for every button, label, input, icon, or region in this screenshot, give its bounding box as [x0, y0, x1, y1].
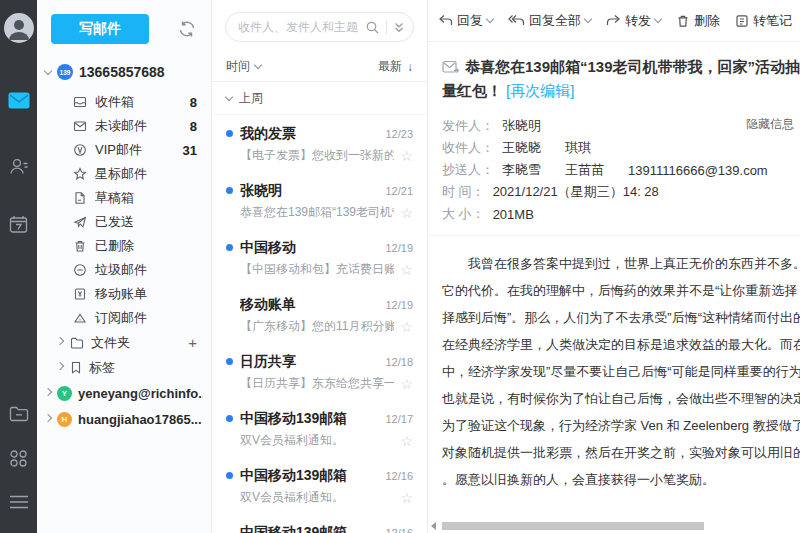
- subject-text: 恭喜您在139邮箱“139老司机带带我，回家”活动抽中500M流: [465, 55, 800, 79]
- calendar-nav-icon[interactable]: [7, 213, 31, 235]
- account-label: huangjiahao17865...: [78, 412, 202, 427]
- folder-icon: [9, 406, 29, 422]
- mail-app: 写邮件 139 13665857688 收件箱 8 未读邮件 8: [0, 0, 800, 533]
- primary-account-row[interactable]: 139 13665857688: [37, 60, 211, 84]
- user-avatar[interactable]: [4, 13, 34, 43]
- bookmark-icon: [70, 361, 82, 374]
- email-preview: 【广东移动】您的11月积分账单已送达 ...: [240, 318, 394, 335]
- list-item[interactable]: 张晓明12/21 恭喜您在139邮箱“139老司机带带我...☆: [212, 172, 427, 229]
- inbox-icon: [73, 95, 87, 109]
- sidebar-item-vip[interactable]: VIP邮件 31: [37, 138, 211, 162]
- refresh-icon[interactable]: [177, 19, 197, 39]
- cc-name: 王苗苗: [565, 161, 604, 179]
- star-icon[interactable]: ☆: [400, 377, 413, 391]
- sidebar-item-inbox[interactable]: 收件箱 8: [37, 90, 211, 114]
- forward-button[interactable]: 转发: [606, 12, 661, 30]
- sidebar-item-folders[interactable]: 文件夹 +: [37, 330, 211, 355]
- chevron-down-icon: [44, 66, 52, 74]
- email-sender: 中国移动139邮箱: [240, 410, 378, 428]
- search-icon[interactable]: [365, 20, 380, 35]
- hide-info-link[interactable]: 隐藏信息: [746, 116, 794, 133]
- account-number: 13665857688: [79, 64, 165, 80]
- recipient-name: 琪琪: [565, 139, 591, 157]
- account-139-badge: 139: [57, 64, 73, 80]
- sidebar-item-subscriptions[interactable]: 订阅邮件: [37, 306, 211, 330]
- chevron-down-icon: [584, 15, 592, 23]
- reply-all-button[interactable]: 回复全部: [508, 12, 591, 30]
- star-icon: [73, 167, 87, 181]
- search-input[interactable]: [238, 20, 359, 34]
- star-icon[interactable]: ☆: [400, 263, 413, 277]
- calendar-icon: [9, 215, 28, 234]
- add-folder-button[interactable]: +: [188, 334, 197, 351]
- menu-nav-icon[interactable]: [7, 491, 31, 513]
- contacts-nav-icon[interactable]: [7, 155, 31, 177]
- email-date: 12/19: [385, 299, 413, 311]
- group-header-last-week[interactable]: 上周: [212, 82, 427, 115]
- email-preview: 双V会员福利通知。: [240, 489, 394, 506]
- scrollbar-thumb[interactable]: [442, 522, 704, 530]
- to-note-button[interactable]: 转笔记: [735, 12, 792, 30]
- sidebar-item-bills[interactable]: 移动账单: [37, 282, 211, 306]
- email-date: 12/16: [385, 527, 413, 533]
- email-date: 12/19: [385, 242, 413, 254]
- list-item[interactable]: 中国移动12/19 【中国移动和包】充话费日账单已送到 ...☆: [212, 229, 427, 286]
- star-icon[interactable]: ☆: [400, 434, 413, 448]
- reply-button[interactable]: 回复: [438, 12, 493, 30]
- files-nav-icon[interactable]: [7, 403, 31, 425]
- trash-icon: [676, 14, 690, 28]
- sidebar-item-sent[interactable]: 已发送: [37, 210, 211, 234]
- list-item[interactable]: 我的发票12/23 【电子发票】您收到一张新的电子发票。☆: [212, 115, 427, 172]
- reading-pane: 回复 回复全部 转发 删除 转笔记: [428, 0, 800, 533]
- sidebar-item-starred[interactable]: 星标邮件: [37, 162, 211, 186]
- chevron-right-icon: [44, 387, 52, 395]
- email-preview: 【日历共享】东东给您共享一个名为“活...: [240, 375, 394, 392]
- sidebar-item-junk[interactable]: 垃圾邮件: [37, 258, 211, 282]
- app-rail: [0, 0, 37, 533]
- email-time: 2021/12/21（星期三）14: 28: [493, 183, 659, 201]
- secondary-account-row[interactable]: H huangjiahao17865...: [37, 406, 211, 432]
- compose-button[interactable]: 写邮件: [51, 14, 149, 44]
- star-icon[interactable]: ☆: [400, 491, 413, 505]
- sort-order-newest[interactable]: 最新 ↓: [378, 58, 413, 75]
- star-icon[interactable]: ☆: [400, 206, 413, 220]
- account-initial-badge: H: [57, 412, 72, 427]
- inbox-count: 8: [190, 95, 197, 110]
- scroll-left-arrow-icon[interactable]: [430, 522, 438, 530]
- horizontal-scrollbar[interactable]: [430, 521, 800, 530]
- reply-all-icon: [508, 14, 525, 27]
- arrow-down-icon: ↓: [407, 60, 413, 74]
- secondary-account-row[interactable]: Y yeneyang@richinfo...: [37, 380, 211, 406]
- list-item[interactable]: 中国移动139邮箱12/16 双V会员福利通知。☆: [212, 457, 427, 514]
- star-icon[interactable]: ☆: [400, 149, 413, 163]
- sidebar-item-deleted[interactable]: 已删除: [37, 234, 211, 258]
- email-subject: 恭喜您在139邮箱“139老司机带带我，回家”活动抽中500M流 量红包！[再次…: [428, 42, 800, 111]
- person-icon: [4, 13, 34, 43]
- list-item[interactable]: 中国移动139邮箱12/17 双V会员福利通知。☆: [212, 400, 427, 457]
- draft-icon: [73, 191, 87, 205]
- chevron-down-icon: [486, 15, 494, 23]
- list-item[interactable]: 中国移动139邮箱12/16 文件到期提醒。☆: [212, 514, 427, 533]
- apps-nav-icon[interactable]: [7, 447, 31, 469]
- list-item[interactable]: 日历共享12/18 【日历共享】东东给您共享一个名为“活...☆: [212, 343, 427, 400]
- delete-button[interactable]: 删除: [676, 12, 720, 30]
- edit-again-link[interactable]: [再次编辑]: [506, 82, 574, 99]
- email-sender: 我的发票: [240, 125, 378, 143]
- star-icon[interactable]: ☆: [400, 320, 413, 334]
- sidebar-item-tags[interactable]: 标签: [37, 355, 211, 380]
- advanced-search-icon[interactable]: [393, 21, 405, 34]
- list-item[interactable]: 移动账单12/19 【广东移动】您的11月积分账单已送达 ...☆: [212, 286, 427, 343]
- sidebar: 写邮件 139 13665857688 收件箱 8 未读邮件 8: [37, 0, 212, 533]
- sidebar-item-unread[interactable]: 未读邮件 8: [37, 114, 211, 138]
- chevron-right-icon: [44, 413, 52, 421]
- sidebar-item-drafts[interactable]: 草稿箱: [37, 186, 211, 210]
- chevron-down-icon: [254, 61, 262, 69]
- vip-count: 31: [183, 143, 197, 158]
- block-icon: [73, 263, 87, 277]
- mail-nav-icon[interactable]: [7, 89, 31, 111]
- email-sender: 张晓明: [240, 182, 378, 200]
- chevron-down-icon: [225, 92, 233, 100]
- account-initial-badge: Y: [57, 386, 72, 401]
- sort-by-time[interactable]: 时间: [226, 58, 261, 75]
- hamburger-icon: [9, 495, 29, 509]
